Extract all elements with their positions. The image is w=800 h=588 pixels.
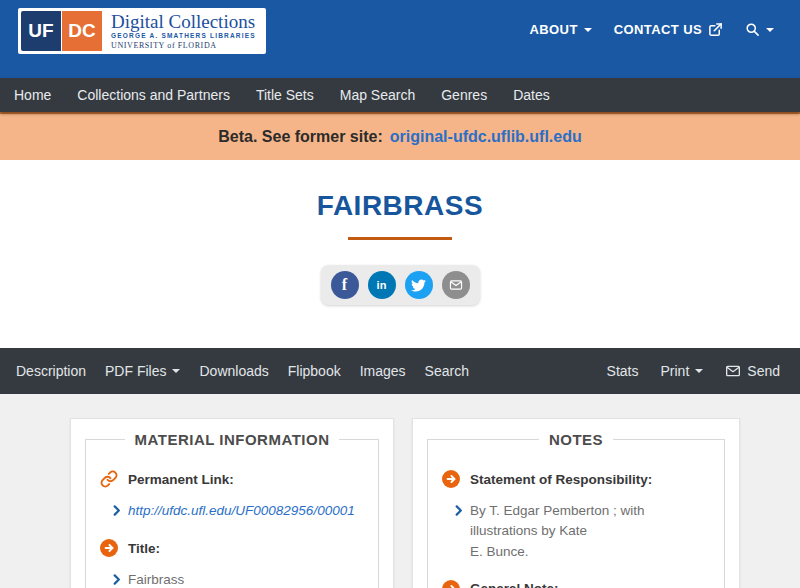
- chevron-right-icon: [455, 505, 463, 516]
- content-area: MATERIAL INFORMATION Permanent Link: htt…: [0, 394, 800, 588]
- field-statement-of-responsibility: Statement of Responsibility: By T. Edgar…: [442, 470, 710, 562]
- external-link-icon: [708, 22, 723, 37]
- search-menu[interactable]: [745, 22, 774, 37]
- beta-banner: Beta. See former site: original-ufdc.ufl…: [0, 112, 800, 160]
- statement-of-responsibility-value: By T. Edgar Pemberton ; with illustratio…: [470, 501, 710, 562]
- caret-down-icon: [695, 369, 703, 373]
- contact-us-label: CONTACT US: [614, 22, 702, 37]
- arrow-circle-icon: [442, 580, 460, 588]
- item-toolbar: Description PDF Files Downloads Flipbook…: [0, 348, 800, 394]
- linkedin-share-button[interactable]: in: [368, 271, 396, 299]
- twitter-icon: [411, 278, 426, 293]
- logo-subtitle-libraries: GEORGE A. SMATHERS LIBRARIES: [111, 33, 256, 40]
- uf-logo-square: UF: [21, 11, 61, 51]
- stats-button[interactable]: Stats: [607, 363, 639, 379]
- tab-description[interactable]: Description: [16, 363, 86, 379]
- field-label: Statement of Responsibility:: [470, 472, 652, 487]
- material-information-title: MATERIAL INFORMATION: [125, 431, 340, 448]
- field-label: General Note:: [470, 581, 559, 588]
- linkedin-icon: in: [377, 279, 387, 291]
- tab-images[interactable]: Images: [360, 363, 406, 379]
- logo-subtitle-university: UNIVERSITY of FLORIDA: [111, 42, 256, 50]
- logo-text: Digital Collections GEORGE A. SMATHERS L…: [111, 12, 256, 50]
- arrow-circle-icon: [100, 539, 118, 557]
- ufdc-logo[interactable]: UF DC Digital Collections GEORGE A. SMAT…: [18, 8, 266, 54]
- field-permanent-link: Permanent Link: http://ufdc.ufl.edu/UF00…: [100, 470, 364, 521]
- site-header: UF DC Digital Collections GEORGE A. SMAT…: [0, 0, 800, 78]
- nav-item-title-sets[interactable]: Title Sets: [256, 87, 314, 103]
- contact-us-link[interactable]: CONTACT US: [614, 22, 723, 37]
- title-underline: [348, 237, 452, 240]
- nav-item-genres[interactable]: Genres: [441, 87, 487, 103]
- search-icon: [745, 22, 760, 37]
- page-title: FAIRBRASS: [0, 160, 800, 222]
- field-label: Title:: [128, 541, 160, 556]
- caret-down-icon: [584, 28, 592, 32]
- logo-title: Digital Collections: [111, 12, 256, 31]
- title-zone: FAIRBRASS f in: [0, 160, 800, 348]
- field-title: Title: Fairbrass: [100, 539, 364, 588]
- email-icon: [449, 278, 463, 292]
- send-button[interactable]: Send: [725, 363, 780, 379]
- notes-title: NOTES: [539, 431, 613, 448]
- material-information-panel: MATERIAL INFORMATION Permanent Link: htt…: [70, 418, 394, 588]
- beta-banner-text: Beta. See former site:: [218, 128, 383, 146]
- permanent-link-url[interactable]: http://ufdc.ufl.edu/UF00082956/00001: [128, 501, 355, 521]
- tab-flipbook[interactable]: Flipbook: [288, 363, 341, 379]
- facebook-share-button[interactable]: f: [331, 271, 359, 299]
- nav-item-dates[interactable]: Dates: [513, 87, 550, 103]
- arrow-circle-icon: [442, 470, 460, 488]
- email-share-button[interactable]: [442, 271, 470, 299]
- chevron-right-icon: [113, 505, 121, 516]
- former-site-link[interactable]: original-ufdc.uflib.ufl.edu: [390, 128, 582, 146]
- about-label: ABOUT: [530, 22, 578, 37]
- header-menu: ABOUT CONTACT US: [530, 22, 774, 37]
- tab-pdf-files[interactable]: PDF Files: [105, 363, 180, 379]
- twitter-share-button[interactable]: [405, 271, 433, 299]
- caret-down-icon: [172, 369, 180, 373]
- tab-downloads[interactable]: Downloads: [199, 363, 268, 379]
- title-value: Fairbrass: [128, 570, 184, 588]
- tab-search[interactable]: Search: [425, 363, 469, 379]
- share-bar: f in: [321, 265, 480, 305]
- chevron-right-icon: [113, 574, 121, 585]
- field-label: Permanent Link:: [128, 472, 234, 487]
- print-button[interactable]: Print: [661, 363, 704, 379]
- toolbar-right-group: Stats Print Send: [607, 363, 780, 379]
- field-general-note: General Note: "Some press opinions on th…: [442, 580, 710, 588]
- nav-item-home[interactable]: Home: [14, 87, 51, 103]
- link-icon: [100, 470, 118, 488]
- envelope-icon: [725, 363, 741, 379]
- main-nav: Home Collections and Partners Title Sets…: [0, 78, 800, 112]
- about-menu[interactable]: ABOUT: [530, 22, 592, 37]
- caret-down-icon: [766, 28, 774, 32]
- facebook-icon: f: [342, 276, 347, 294]
- dc-logo-square: DC: [62, 11, 102, 51]
- nav-item-collections-and-partners[interactable]: Collections and Partners: [77, 87, 230, 103]
- toolbar-left-group: Description PDF Files Downloads Flipbook…: [16, 363, 469, 379]
- notes-panel: NOTES Statement of Responsibility: By T.…: [412, 418, 740, 588]
- nav-item-map-search[interactable]: Map Search: [340, 87, 415, 103]
